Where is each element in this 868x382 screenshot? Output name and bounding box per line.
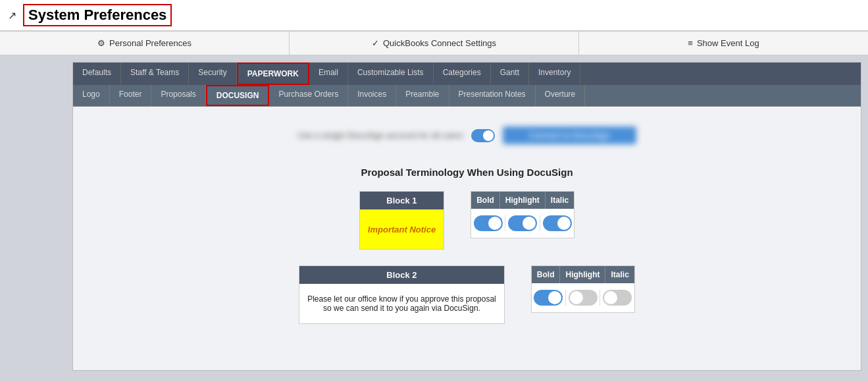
block1-left: Block 1 Important Notice: [359, 191, 444, 265]
block1-bold-toggle[interactable]: [474, 215, 503, 231]
sub-tab-invoices[interactable]: Invoices: [348, 85, 396, 106]
page-title: System Preferences: [23, 4, 172, 26]
content-area: Defaults Staff & Teams Security PAPERWOR…: [72, 62, 861, 371]
block1-highlight-cell: [505, 215, 540, 231]
header: ↗ System Preferences: [0, 0, 868, 32]
sub-tab-footer[interactable]: Footer: [110, 85, 152, 106]
nav-tabs-bar: Defaults Staff & Teams Security PAPERWOR…: [73, 63, 861, 85]
sub-tabs-bar: Logo Footer Proposals DOCUSIGN Purchase …: [73, 85, 861, 107]
nav-tab-paperwork[interactable]: PAPERWORK: [237, 63, 309, 85]
highlight-header: Highlight: [500, 192, 546, 209]
docusign-setting-label: Use a single DocuSign account for all us…: [297, 130, 463, 140]
block2-highlight-header: Highlight: [560, 266, 605, 283]
block2-right: Bold Highlight Italic: [531, 265, 635, 340]
block2-bold-toggle[interactable]: [534, 290, 563, 306]
nav-tab-gantt[interactable]: Gantt: [491, 63, 529, 85]
block1-body: Important Notice: [360, 209, 444, 249]
top-tabs-bar: ⚙ Personal Preferences ✓ QuickBooks Conn…: [0, 32, 868, 55]
blocks-container: Block 1 Important Notice Bold Highlight …: [86, 191, 848, 265]
block2-highlight-toggle[interactable]: [569, 290, 598, 306]
nav-tab-staff[interactable]: Staff & Teams: [121, 63, 189, 85]
sub-tab-presentation-notes[interactable]: Presentation Notes: [449, 85, 536, 106]
nav-tab-email[interactable]: Email: [309, 63, 348, 85]
tab-quickbooks[interactable]: ✓ QuickBooks Connect Settings: [290, 32, 579, 55]
list-icon: ≡: [688, 38, 693, 48]
docusign-toggle[interactable]: [471, 129, 495, 142]
block2-italic-cell: [600, 290, 634, 306]
tab-personal-preferences[interactable]: ⚙ Personal Preferences: [0, 32, 290, 55]
sub-tab-overture[interactable]: Overture: [536, 85, 586, 106]
block2-card: Block 2 Please let our office know if yo…: [299, 265, 505, 324]
blurred-row: Use a single DocuSign account for all us…: [86, 120, 848, 151]
nav-tab-customizable-lists[interactable]: Customizable Lists: [348, 63, 434, 85]
block2-body: Please let our office know if you approv…: [299, 284, 504, 323]
block2-header: Block 2: [299, 266, 504, 284]
nav-tab-categories[interactable]: Categories: [434, 63, 491, 85]
block1-header: Block 1: [360, 192, 444, 209]
sidebar: [7, 62, 72, 371]
check-icon: ✓: [372, 38, 379, 48]
block2-toggles: Bold Highlight Italic: [531, 265, 635, 313]
connect-button[interactable]: Connect to DocuSign: [503, 126, 636, 144]
block1-right: Bold Highlight Italic: [471, 191, 574, 265]
nav-tab-defaults[interactable]: Defaults: [73, 63, 121, 85]
block1-italic-cell: [540, 215, 574, 231]
block1-bold-cell: [471, 215, 505, 231]
block2-left: Block 2 Please let our office know if yo…: [299, 265, 505, 340]
block1-card: Block 1 Important Notice: [359, 191, 444, 250]
external-link-icon[interactable]: ↗: [8, 9, 16, 22]
nav-tab-security[interactable]: Security: [189, 63, 236, 85]
block2-bold-header: Bold: [532, 266, 561, 283]
block1-toggles: Bold Highlight Italic: [471, 191, 574, 238]
sub-tab-logo[interactable]: Logo: [73, 85, 110, 106]
block1-highlight-toggle[interactable]: [508, 215, 537, 231]
block2-highlight-cell: [566, 290, 600, 306]
gear-icon: ⚙: [97, 38, 105, 48]
block2-bold-cell: [532, 290, 566, 306]
italic-header: Italic: [546, 192, 574, 209]
block2-italic-header: Italic: [605, 266, 634, 283]
blocks-container-2: Block 2 Please let our office know if yo…: [86, 265, 848, 340]
block2-italic-toggle[interactable]: [603, 290, 632, 306]
sub-tab-purchase-orders[interactable]: Purchase Orders: [269, 85, 348, 106]
sub-tab-docusign[interactable]: DOCUSIGN: [206, 85, 270, 106]
section-title: Proposal Terminology When Using DocuSign: [86, 167, 848, 178]
main-wrapper: Defaults Staff & Teams Security PAPERWOR…: [0, 55, 868, 377]
sub-tab-preamble[interactable]: Preamble: [396, 85, 449, 106]
nav-tab-inventory[interactable]: Inventory: [529, 63, 580, 85]
tab-event-log[interactable]: ≡ Show Event Log: [579, 32, 868, 55]
bold-header: Bold: [471, 192, 500, 209]
sub-tab-proposals[interactable]: Proposals: [151, 85, 205, 106]
block1-italic-toggle[interactable]: [543, 215, 572, 231]
page-content: Use a single DocuSign account for all us…: [73, 107, 861, 370]
